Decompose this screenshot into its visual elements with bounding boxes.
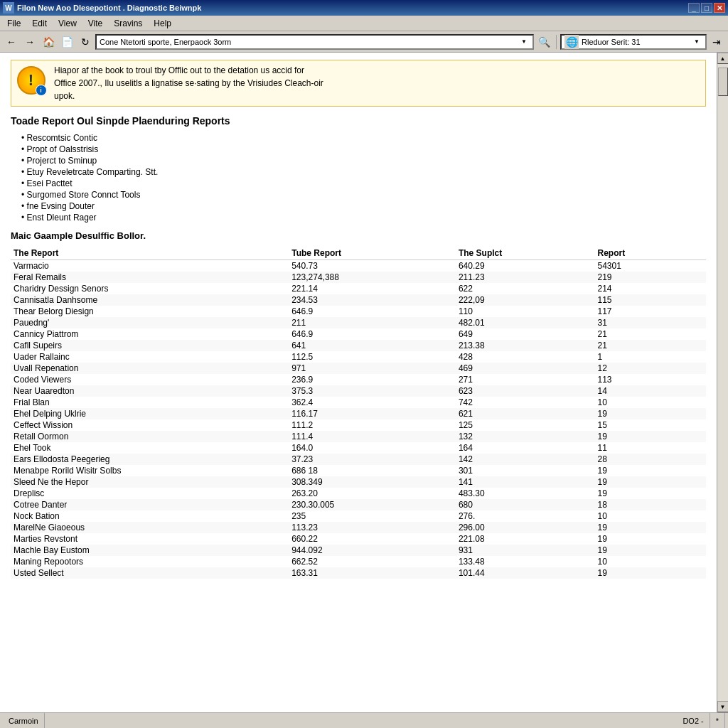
home-button[interactable]: 🏠 (40, 33, 57, 50)
table-cell-9-0: Uvall Repenation (11, 363, 289, 374)
table-cell-7-0: Cafll Supeirs (11, 340, 289, 351)
table-cell-18-3: 19 (595, 465, 707, 476)
warning-text: Hiapor af the book to troul tby Offlic o… (54, 64, 323, 102)
table-cell-2-0: Charidry Dessign Senors (11, 283, 289, 294)
table-cell-10-0: Coded Viewers (11, 374, 289, 385)
table-cell-18-1: 686 18 (289, 465, 456, 476)
table-cell-14-3: 15 (595, 419, 707, 431)
table-row: Feral Remails123,274,388211.23219 (11, 272, 706, 283)
toolbar-extra-button[interactable]: ⇥ (708, 33, 725, 50)
table-cell-22-2: 276. (456, 510, 595, 522)
search-globe-icon: 🌐 (564, 35, 579, 49)
warning-box: ! i Hiapor af the book to troul tby Offl… (11, 60, 706, 107)
minimize-button[interactable]: _ (688, 3, 700, 13)
menu-view[interactable]: View (53, 17, 82, 30)
table-cell-22-0: Nock Bation (11, 510, 289, 522)
table-cell-11-2: 623 (456, 385, 595, 397)
scroll-down-button[interactable]: ▼ (717, 701, 729, 712)
table-cell-22-3: 10 (595, 510, 707, 522)
menu-help[interactable]: Help (148, 17, 177, 30)
table-cell-17-2: 142 (456, 454, 595, 465)
back-button[interactable]: ← (3, 33, 20, 50)
close-button[interactable]: ✕ (714, 3, 725, 13)
status-text-right: DO2 - (682, 717, 703, 725)
menu-sravins[interactable]: Sravins (108, 17, 148, 30)
menu-bar: File Edit View Vite Sravins Help (0, 16, 728, 31)
table-cell-20-3: 19 (595, 488, 707, 499)
table-cell-21-1: 230.30.005 (289, 499, 456, 510)
table-row: Nock Bation235276.10 (11, 510, 706, 522)
bullet-item-8: Enst Dleunt Rager (21, 212, 706, 223)
table-cell-5-2: 482.01 (456, 317, 595, 328)
go-button[interactable]: 🔍 (535, 33, 552, 50)
copy-button[interactable]: 📄 (58, 33, 75, 50)
search-input[interactable] (582, 38, 688, 46)
table-cell-11-0: Near Uaaredton (11, 385, 289, 397)
table-row: Sleed Ne the Hepor308.34914119 (11, 476, 706, 488)
table-row: Coded Viewers236.9271113 (11, 374, 706, 385)
menu-file[interactable]: File (1, 17, 26, 30)
table-row: Frial Blan362.474210 (11, 397, 706, 408)
table-cell-26-3: 10 (595, 556, 707, 567)
col-header-1: The Report (11, 247, 289, 260)
scroll-thumb[interactable] (718, 68, 728, 96)
table-cell-19-0: Sleed Ne the Hepor (11, 476, 289, 488)
table-cell-24-1: 660.22 (289, 533, 456, 545)
table-cell-24-3: 19 (595, 533, 707, 545)
scroll-track (717, 64, 729, 701)
toolbar-separator (556, 35, 557, 49)
table-cell-2-3: 214 (595, 283, 707, 294)
table-cell-1-1: 123,274,388 (289, 272, 456, 283)
address-input[interactable] (100, 38, 518, 46)
table-cell-21-0: Cotree Danter (11, 499, 289, 510)
search-dropdown[interactable]: ▼ (691, 36, 702, 48)
table-cell-6-1: 646.9 (289, 328, 456, 340)
table-cell-6-2: 649 (456, 328, 595, 340)
bullet-item-4: Etuy Reveletrcate Comparting. Stt. (21, 166, 706, 178)
table-cell-25-1: 944.092 (289, 545, 456, 556)
table-cell-5-0: Pauedng' (11, 317, 289, 328)
forward-button[interactable]: → (21, 33, 38, 50)
table-cell-16-2: 164 (456, 442, 595, 454)
section2-heading: Maic Gaample Desulffic Bollor. (11, 230, 706, 241)
table-cell-3-0: Cannisatla Danhsome (11, 294, 289, 306)
main-content: ! i Hiapor af the book to troul tby Offl… (0, 53, 717, 712)
menu-vite[interactable]: Vite (82, 17, 108, 30)
table-header-row: The Report Tube Report The Suplct Report (11, 247, 706, 260)
warning-exclamation-icon: ! i (17, 66, 46, 95)
scroll-up-button[interactable]: ▲ (717, 53, 729, 64)
table-cell-0-0: Varmacio (11, 260, 289, 272)
table-cell-15-1: 111.4 (289, 431, 456, 442)
app-icon: W (3, 2, 14, 14)
table-cell-1-2: 211.23 (456, 272, 595, 283)
table-row: Cannisatla Danhsome234.53222,09115 (11, 294, 706, 306)
table-cell-7-3: 21 (595, 340, 707, 351)
refresh-button[interactable]: ↻ (77, 33, 94, 50)
warning-line1: Hiapor af the book to troul tby Offlic o… (54, 65, 304, 75)
menu-edit[interactable]: Edit (26, 17, 53, 30)
table-cell-12-1: 362.4 (289, 397, 456, 408)
table-cell-27-3: 19 (595, 567, 707, 579)
table-cell-5-1: 211 (289, 317, 456, 328)
table-row: Ears Ellodosta Peegerieg37.2314228 (11, 454, 706, 465)
address-dropdown[interactable]: ▼ (518, 36, 530, 48)
table-cell-18-0: Menabpe Rorild Wisitr Solbs (11, 465, 289, 476)
table-cell-13-1: 116.17 (289, 408, 456, 419)
table-cell-2-1: 221.14 (289, 283, 456, 294)
table-cell-6-3: 21 (595, 328, 707, 340)
table-cell-7-1: 641 (289, 340, 456, 351)
table-cell-21-3: 18 (595, 499, 707, 510)
table-cell-2-2: 622 (456, 283, 595, 294)
table-cell-19-1: 308.349 (289, 476, 456, 488)
table-cell-15-2: 132 (456, 431, 595, 442)
table-row: Retall Oormon111.413219 (11, 431, 706, 442)
table-cell-18-2: 301 (456, 465, 595, 476)
search-box: 🌐 ▼ (560, 34, 707, 50)
table-cell-14-0: Ceffect Wission (11, 419, 289, 431)
table-cell-10-1: 236.9 (289, 374, 456, 385)
table-cell-13-0: Ehel Delping Uklrie (11, 408, 289, 419)
maximize-button[interactable]: □ (701, 3, 712, 13)
table-cell-20-2: 483.30 (456, 488, 595, 499)
table-cell-9-1: 971 (289, 363, 456, 374)
bullet-item-6: Surgomed Store Connct Tools (21, 189, 706, 200)
